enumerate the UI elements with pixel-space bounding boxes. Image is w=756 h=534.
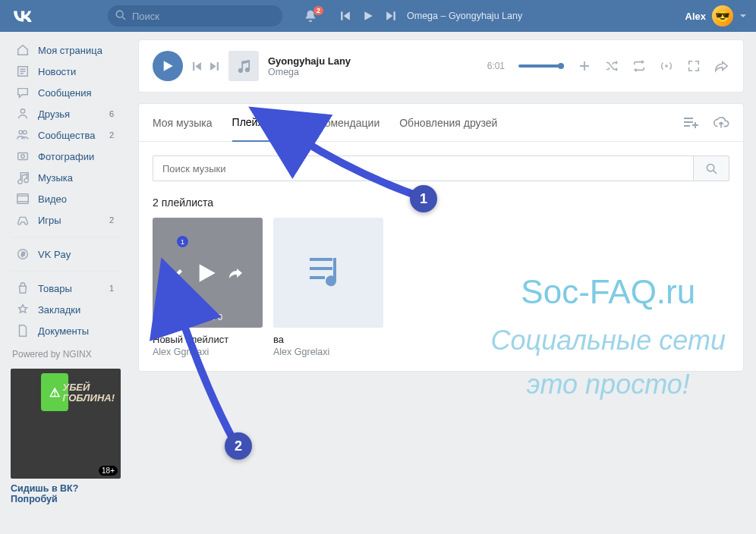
- vk-logo[interactable]: [12, 10, 32, 22]
- track-title: Gyongyhaju Lany: [268, 55, 351, 67]
- main-content: Gyongyhaju Lany Omega 6:01 Моя музыка: [129, 32, 756, 504]
- annotation-2: 2: [225, 432, 252, 460]
- home-icon: [15, 43, 30, 57]
- ad-age-badge: 18+: [99, 466, 118, 476]
- user-block[interactable]: Alex 😎: [685, 5, 747, 27]
- user-name: Alex: [685, 11, 706, 22]
- shuffle-icon[interactable]: [605, 59, 619, 73]
- bookmark-icon: [15, 303, 30, 316]
- video-icon: [15, 192, 30, 206]
- expand-icon[interactable]: [687, 59, 701, 73]
- broadcast-icon[interactable]: [660, 59, 673, 73]
- nav-bookmark[interactable]: Закладки: [11, 299, 129, 320]
- groups-icon: [15, 128, 30, 142]
- tabs: Моя музыка Плейлисты Рекомендации Обновл…: [139, 104, 743, 142]
- add-playlist-icon[interactable]: [682, 116, 699, 130]
- track-cover: [228, 51, 259, 81]
- playlist-cover[interactable]: [273, 218, 383, 328]
- repeat-icon[interactable]: [632, 59, 646, 73]
- playlist-item[interactable]: 1 ≡ 4 ♫ 0 Новый плейлист Alex Ggrelaxi: [153, 218, 263, 357]
- music-search-button[interactable]: [693, 155, 729, 181]
- avatar: 😎: [712, 5, 733, 27]
- nav-music[interactable]: Музыка: [11, 167, 129, 188]
- nav-photos[interactable]: Фотографии: [11, 146, 129, 167]
- nav-badge: 6: [105, 108, 118, 119]
- progress-bar[interactable]: [518, 64, 564, 68]
- nav-video[interactable]: Видео: [11, 188, 129, 209]
- nav-goods[interactable]: Товары1: [11, 278, 129, 299]
- nav-msg[interactable]: Сообщения: [11, 82, 129, 103]
- tab-playlists[interactable]: Плейлисты: [232, 104, 288, 142]
- share-icon[interactable]: [714, 59, 729, 73]
- svg-line-1: [122, 17, 125, 20]
- track-artist: Omega: [268, 67, 351, 77]
- track-time: 6:01: [487, 61, 505, 71]
- notifications-icon[interactable]: 2: [304, 9, 317, 23]
- playlist-artist: Alex Ggrelaxi: [153, 347, 263, 357]
- games-icon: [15, 213, 30, 227]
- svg-point-10: [665, 64, 668, 68]
- svg-point-3: [19, 130, 23, 134]
- notif-badge: 2: [313, 6, 323, 15]
- svg-text:₽: ₽: [21, 251, 25, 258]
- pay-icon: ₽: [15, 247, 30, 261]
- prev-icon[interactable]: [192, 61, 202, 71]
- topbar: 2 Omega – Gyongyhaju Lany Alex 😎: [0, 0, 756, 32]
- header-track-label[interactable]: Omega – Gyongyhaju Lany: [407, 11, 522, 21]
- docs-icon: [15, 324, 30, 338]
- play-icon[interactable]: [196, 262, 217, 284]
- sidebar: Моя страницаНовостиСообщенияДрузья6Сообщ…: [0, 32, 129, 504]
- music-icon: [15, 171, 30, 184]
- msg-icon: [15, 86, 30, 99]
- tab-recommendations[interactable]: Рекомендации: [307, 105, 380, 141]
- next-icon[interactable]: [386, 11, 396, 21]
- nav-home[interactable]: Моя страница: [11, 39, 129, 61]
- search-input[interactable]: [108, 5, 282, 27]
- playlist-item[interactable]: ва Alex Ggrelaxi: [273, 218, 383, 357]
- nav-games[interactable]: Игры2: [11, 209, 129, 231]
- nav-badge: 1: [105, 283, 118, 294]
- play-icon[interactable]: [363, 11, 373, 21]
- nav-badge: 2: [105, 130, 118, 140]
- svg-rect-7: [17, 194, 28, 204]
- share-icon[interactable]: [228, 266, 244, 280]
- nav-news[interactable]: Новости: [11, 61, 129, 82]
- search-icon: [115, 10, 126, 20]
- playlist-artist: Alex Ggrelaxi: [273, 347, 383, 357]
- header-player-controls: [340, 11, 396, 21]
- nav-pay[interactable]: ₽VK Pay: [11, 243, 129, 265]
- svg-point-4: [23, 130, 27, 134]
- add-icon[interactable]: [578, 59, 591, 73]
- music-search-input[interactable]: [153, 155, 693, 181]
- svg-point-2: [20, 109, 24, 113]
- search-wrap: [108, 5, 282, 27]
- news-icon: [15, 64, 30, 78]
- friends-icon: [15, 107, 30, 121]
- nav-docs[interactable]: Документы: [11, 320, 129, 341]
- upload-icon[interactable]: [713, 116, 729, 130]
- playlist-cover[interactable]: 1 ≡ 4 ♫ 0: [153, 218, 263, 328]
- svg-point-6: [21, 155, 25, 159]
- edit-icon[interactable]: [172, 266, 185, 280]
- playlist-count: 2 плейлиста: [153, 196, 729, 209]
- play-button[interactable]: [153, 51, 183, 81]
- player-card: Gyongyhaju Lany Omega 6:01: [138, 39, 744, 93]
- goods-icon: [15, 281, 30, 295]
- music-card: Моя музыка Плейлисты Рекомендации Обновл…: [138, 103, 744, 372]
- nav-friends[interactable]: Друзья6: [11, 103, 129, 124]
- nav-groups[interactable]: Сообщества2: [11, 124, 129, 146]
- svg-point-11: [707, 164, 713, 171]
- prev-icon[interactable]: [340, 11, 351, 21]
- playlist-title: ва: [273, 334, 383, 345]
- next-icon[interactable]: [209, 61, 219, 71]
- tab-friends-updates[interactable]: Обновления друзей: [399, 105, 497, 141]
- annotation-1: 1: [410, 185, 437, 212]
- playlist-stats: ≡ 4 ♫ 0: [153, 313, 263, 322]
- tab-my-music[interactable]: Моя музыка: [153, 105, 213, 141]
- playlist-badge: 1: [177, 236, 188, 247]
- nav-badge: 2: [105, 215, 118, 225]
- svg-rect-5: [18, 153, 28, 160]
- svg-line-12: [713, 170, 716, 173]
- ad-block[interactable]: ⚠ УБЕЙГОБЛИНА! 18+ Сидишь в ВК? Попробуй: [11, 369, 121, 504]
- chevron-down-icon: [739, 14, 747, 19]
